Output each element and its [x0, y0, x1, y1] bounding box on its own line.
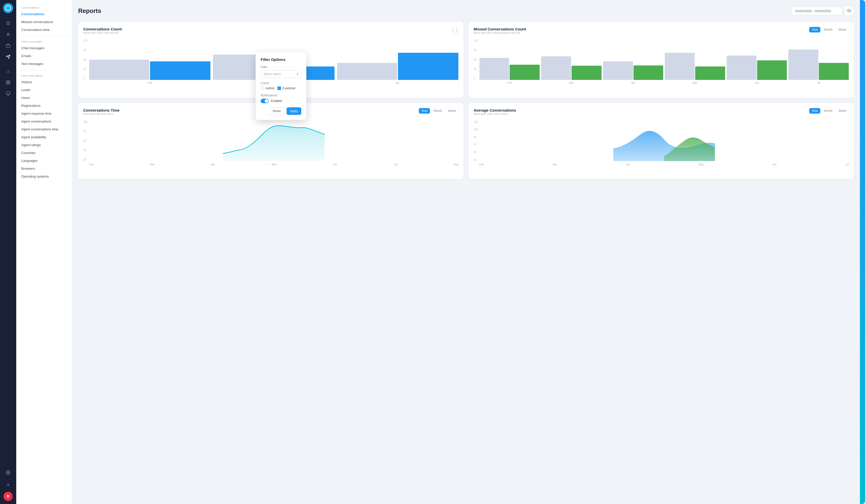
terminal-nav-icon[interactable] [3, 89, 13, 99]
user-avatar[interactable]: R [3, 492, 13, 501]
page-header: Reports [78, 6, 854, 16]
chart-4-controls: Year Month Week [809, 108, 849, 114]
nav-item-registrations[interactable]: Registrations [16, 102, 72, 109]
plus-nav-icon[interactable] [3, 480, 13, 490]
svg-rect-10 [9, 83, 10, 84]
chart-4-year-btn[interactable]: Year [809, 108, 820, 114]
enabled-label: Enabled [271, 99, 282, 103]
filter-popup: Filter Options Date: Select option ▼ Cou… [256, 52, 306, 120]
filter-reset-button[interactable]: Reset [269, 107, 285, 115]
svg-point-14 [8, 472, 9, 473]
chart-4-subtitle: More than 100+ new orders [474, 113, 516, 115]
nav-item-browsers[interactable]: Browsers [16, 165, 72, 173]
notifications-toggle[interactable] [261, 99, 269, 103]
page-title: Reports [78, 7, 101, 14]
chart-2-week-btn[interactable]: Week [836, 27, 849, 33]
chart-1-filter-button[interactable]: ⋮⋮ [451, 27, 458, 34]
nav-item-agent-availability[interactable]: Agent availability [16, 133, 72, 141]
icon-sidebar: ☰ R [0, 0, 16, 504]
settings-nav-icon[interactable] [3, 468, 13, 478]
chart-2-year-btn[interactable]: Year [809, 27, 820, 33]
filter-count-label: Count: [261, 81, 301, 85]
chart-2-subtitle: More than 500 conversations with bot [474, 31, 526, 34]
filter-notifications-label: Notifications: [261, 94, 301, 97]
nav-item-agent-conversations[interactable]: Agent conversations [16, 117, 72, 125]
svg-rect-1 [6, 45, 10, 47]
main-content: Reports Conversations Count More than 10… [72, 0, 860, 504]
chart-3-controls: Year Month Week [419, 108, 458, 114]
chart-3-month-btn[interactable]: Month [431, 108, 445, 114]
nav-section-direct-label: Direct messages [16, 38, 72, 44]
chart-3-week-btn[interactable]: Week [446, 108, 458, 114]
nav-section-conversations-label: Conversations [16, 4, 72, 10]
nav-item-visitors[interactable]: Visitors [16, 78, 72, 86]
nav-item-agent-conversations-time[interactable]: Agent conversations time [16, 125, 72, 133]
date-range-input[interactable] [792, 7, 842, 15]
widgets-nav-icon[interactable] [3, 77, 13, 87]
filter-notifications-row: Enabled [261, 99, 301, 103]
nav-item-agent-response-time[interactable]: Agent response time [16, 109, 72, 117]
send-nav-icon[interactable] [3, 52, 13, 62]
chart-4-title: Average Conversations [474, 108, 516, 113]
analytics-nav-icon[interactable] [3, 66, 13, 77]
nav-item-leads[interactable]: Leads [16, 86, 72, 94]
author-label: Author [265, 86, 274, 90]
filter-date-select[interactable]: Select option [261, 70, 301, 78]
chart-2-month-btn[interactable]: Month [821, 27, 835, 33]
nav-item-missed-conversations[interactable]: Missed conversations [16, 18, 72, 26]
app-logo[interactable] [3, 3, 13, 13]
filter-customer-option[interactable]: ✓ Customer [277, 86, 296, 90]
author-radio[interactable] [261, 86, 264, 90]
contacts-nav-icon[interactable] [3, 30, 13, 39]
filter-count-row: Author ✓ Customer [261, 86, 301, 90]
customer-checkbox[interactable]: ✓ [277, 86, 281, 90]
chart-3-subtitle: More than 80 new users [83, 113, 119, 115]
nav-item-conversations-time[interactable]: Conversations time [16, 26, 72, 34]
chart-4-month-btn[interactable]: Month [821, 108, 835, 114]
nav-section-users-label: Users and agents [16, 72, 72, 78]
nav-sidebar: Conversations Conversations Missed conve… [16, 0, 72, 504]
briefcase-nav-icon[interactable] [3, 40, 13, 51]
date-range-wrapper [792, 6, 854, 16]
chart-conversations-count: Conversations Count More than 1000 new r… [78, 22, 463, 98]
nav-item-countries[interactable]: Countries [16, 149, 72, 157]
filter-apply-button[interactable]: Apply [287, 107, 301, 115]
chart-2-title: Missed Conversations Count [474, 27, 526, 31]
svg-rect-8 [9, 81, 10, 82]
svg-rect-7 [6, 81, 8, 82]
filter-author-option[interactable]: Author [261, 86, 274, 90]
chart-2-controls: Year Month Week [809, 27, 849, 33]
chat-nav-icon[interactable]: ☰ [3, 18, 13, 28]
filter-date-label: Date: [261, 65, 301, 69]
nav-item-text-messages[interactable]: Text messages [16, 60, 72, 68]
charts-grid: Conversations Count More than 1000 new r… [78, 22, 854, 179]
filter-actions: Reset Apply [261, 107, 301, 115]
chart-3-year-btn[interactable]: Year [419, 108, 430, 114]
filter-popup-title: Filter Options [261, 57, 301, 62]
svg-point-0 [7, 33, 9, 35]
svg-rect-9 [6, 83, 8, 84]
nav-item-agent-ratings[interactable]: Agent ratings [16, 141, 72, 149]
chart-average-conversations: Average Conversations More than 100+ new… [469, 103, 854, 179]
chart-4-week-btn[interactable]: Week [836, 108, 849, 114]
svg-rect-11 [6, 92, 10, 95]
chart-1-title: Conversations Count [83, 27, 122, 31]
nav-item-operating-systems[interactable]: Operating systems [16, 173, 72, 180]
nav-item-chat-messages[interactable]: Chat messages [16, 44, 72, 52]
nav-item-conversations[interactable]: Conversations [16, 10, 72, 18]
chart-3-title: Conversations Time [83, 108, 119, 113]
right-accent-bar [860, 0, 865, 504]
chart-1-subtitle: More than 1000 new records [83, 31, 122, 34]
toggle-knob [265, 99, 268, 103]
chart-missed-conversations: Missed Conversations Count More than 500… [469, 22, 854, 98]
export-button[interactable] [844, 6, 854, 16]
nav-item-users[interactable]: Users [16, 94, 72, 102]
nav-item-emails[interactable]: Emails [16, 52, 72, 60]
nav-item-languages[interactable]: Languages [16, 157, 72, 165]
customer-label: Customer [282, 86, 296, 90]
